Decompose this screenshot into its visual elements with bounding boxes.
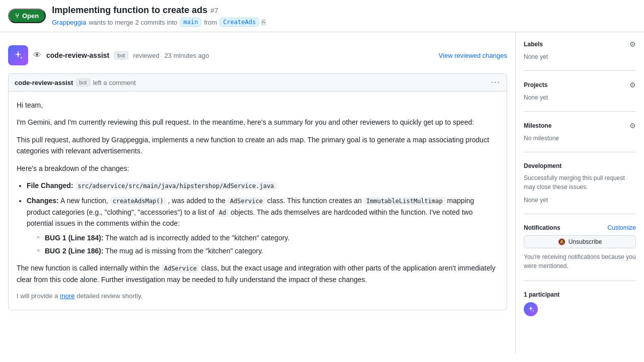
- sidebar-milestone-header: Milestone ⚙: [524, 122, 636, 130]
- merge-info: Grappeggia wants to merge 2 commits into…: [52, 18, 266, 27]
- open-label: Open: [22, 12, 39, 20]
- integration-text-1: The new function is called internally wi…: [17, 264, 159, 272]
- comment-header: code-review-assist bot left a comment ··…: [9, 74, 507, 92]
- bug-1-item: BUG 1 (Line 184): The watch ad is incorr…: [37, 232, 499, 243]
- sidebar-milestone-section: Milestone ⚙ No milestone: [524, 122, 636, 152]
- file-path: src/adservice/src/main/java/hipstershop/…: [75, 182, 276, 190]
- unsubscribe-button[interactable]: 🔕 Unsubscribe: [524, 235, 636, 248]
- more-text-end: detailed review shortly.: [75, 292, 143, 300]
- participants-title: 1 participant: [524, 291, 636, 298]
- comment-body: Hi team, I'm Gemini, and I'm currently r…: [9, 92, 507, 310]
- sidebar-development-header: Development: [524, 162, 636, 169]
- sidebar-projects-header: Projects ⚙: [524, 81, 636, 89]
- source-branch[interactable]: CreateAds: [219, 18, 259, 27]
- ad-code: Ad: [216, 209, 228, 217]
- review-time: 23 minutes ago: [165, 52, 209, 59]
- changes-text-2: , was added to the: [168, 197, 225, 205]
- changes-label: Changes:: [27, 197, 59, 205]
- comment-changes-list: File Changed: src/adservice/src/main/jav…: [17, 180, 499, 256]
- comment-block: code-review-assist bot left a comment ··…: [8, 73, 507, 310]
- projects-none: None yet: [524, 94, 548, 101]
- pr-number: #7: [210, 7, 218, 15]
- content-area: 👁 code-review-assist bot reviewed 23 min…: [0, 32, 515, 354]
- open-badge: ⑂ Open: [8, 9, 46, 23]
- adservice-code: AdService: [227, 197, 265, 205]
- bug-1-label: BUG 1 (Line 184):: [45, 234, 104, 242]
- merge-author[interactable]: Grappeggia: [52, 19, 86, 26]
- comment-bot-tag: bot: [76, 78, 90, 86]
- merge-from: from: [204, 19, 217, 26]
- bug-1-text: The watch ad is incorrectly added to the…: [105, 234, 289, 242]
- bug-2-item: BUG 2 (Line 186): The mug ad is missing …: [37, 245, 499, 256]
- merge-wants: wants to merge 2 commits into: [89, 19, 177, 26]
- sidebar-labels-header: Labels ⚙: [524, 40, 636, 48]
- sidebar-participants-section: 1 participant: [524, 291, 636, 326]
- sidebar-development-section: Development Successfully merging this pu…: [524, 162, 636, 214]
- copy-branch-icon[interactable]: ⎘: [262, 18, 266, 26]
- sidebar-labels-section: Labels ⚙ None yet: [524, 40, 636, 71]
- review-action: reviewed: [133, 52, 159, 59]
- comment-menu-button[interactable]: ···: [491, 78, 501, 87]
- projects-title: Projects: [524, 81, 547, 88]
- bot-avatar: [8, 45, 28, 65]
- immutable-list-code: ImmutableListMultimap: [364, 197, 445, 205]
- participant-avatar[interactable]: [524, 302, 538, 316]
- unsubscribe-label: Unsubscribe: [569, 238, 602, 245]
- view-changes-button[interactable]: View reviewed changes: [439, 52, 507, 59]
- participants-list: [524, 302, 636, 316]
- changes-item: Changes: A new function, createAdsMap() …: [27, 195, 499, 256]
- development-merge-text: Successfully merging this pull request m…: [524, 173, 636, 192]
- bug-2-label: BUG 2 (Line 186):: [45, 247, 104, 255]
- labels-title: Labels: [524, 41, 543, 48]
- reviewer-name[interactable]: code-review-assist: [46, 51, 109, 59]
- sidebar-notifications-section: Notifications Customize 🔕 Unsubscribe Yo…: [524, 224, 636, 281]
- eye-icon: 👁: [33, 51, 41, 60]
- bugs-list: BUG 1 (Line 184): The watch ad is incorr…: [27, 232, 499, 257]
- main-layout: 👁 code-review-assist bot reviewed 23 min…: [0, 32, 644, 354]
- comment-breakdown-title: Here's a breakdown of the changes:: [17, 163, 499, 174]
- projects-gear-icon[interactable]: ⚙: [629, 81, 636, 89]
- sidebar-projects-section: Projects ⚙ None yet: [524, 81, 636, 112]
- comment-intro: I'm Gemini, and I'm currently reviewing …: [17, 117, 499, 128]
- labels-gear-icon[interactable]: ⚙: [629, 40, 636, 48]
- sidebar: Labels ⚙ None yet Projects ⚙ None yet Mi…: [515, 32, 644, 354]
- bell-slash-icon: 🔕: [558, 238, 566, 245]
- file-changed-label: File Changed:: [27, 182, 73, 190]
- create-ads-map-code: createAdsMap(): [110, 197, 166, 205]
- bug-2-text: The mug ad is missing from the "kitchen"…: [105, 247, 263, 255]
- comment-action: left a comment: [93, 79, 136, 86]
- more-link[interactable]: more: [60, 292, 75, 300]
- labels-none: None yet: [524, 53, 548, 60]
- changes-text-3: class. This function creates an: [267, 197, 362, 205]
- changes-text-1: A new function,: [60, 197, 108, 205]
- milestone-gear-icon[interactable]: ⚙: [629, 122, 636, 130]
- development-title: Development: [524, 162, 561, 169]
- integration-code: AdService: [162, 264, 199, 273]
- reviewer-bot-tag: bot: [114, 51, 128, 59]
- milestone-title: Milestone: [524, 122, 551, 129]
- comment-author[interactable]: code-review-assist: [15, 79, 73, 86]
- file-changed-item: File Changed: src/adservice/src/main/jav…: [27, 180, 499, 191]
- notifications-note: You're receiving notifications because y…: [524, 252, 636, 270]
- target-branch[interactable]: main: [180, 18, 201, 27]
- more-text: I will provide a more detailed review sh…: [17, 291, 499, 302]
- pr-icon: ⑂: [15, 12, 19, 20]
- notifications-title: Notifications: [524, 224, 560, 231]
- pr-title: Implementing function to create ads: [52, 5, 207, 16]
- milestone-none: No milestone: [524, 135, 559, 142]
- more-text-content: I will provide a: [17, 292, 60, 300]
- comment-summary: This pull request, authored by Grappeggi…: [17, 134, 499, 157]
- comment-greeting: Hi team,: [17, 100, 499, 111]
- integration-text: The new function is called internally wi…: [17, 262, 499, 285]
- sidebar-notifications-header: Notifications Customize: [524, 224, 636, 231]
- customize-link[interactable]: Customize: [607, 224, 636, 231]
- development-none: None yet: [524, 197, 548, 204]
- top-bar: ⑂ Open Implementing function to create a…: [0, 0, 644, 32]
